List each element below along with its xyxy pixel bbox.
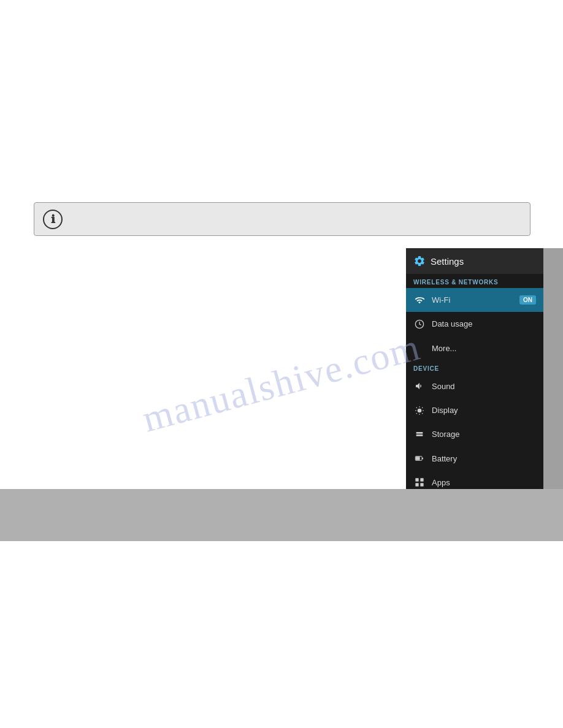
svg-rect-3	[416, 457, 420, 460]
display-icon	[413, 404, 426, 417]
settings-panel: Settings WIRELESS & NETWORKS Wi-Fi ON Da…	[406, 248, 543, 518]
settings-title: Settings	[431, 256, 464, 267]
wifi-icon	[413, 294, 426, 306]
wifi-toggle[interactable]: ON	[519, 295, 536, 305]
sound-label: Sound	[432, 382, 536, 391]
battery-label: Battery	[432, 454, 536, 463]
storage-label: Storage	[432, 430, 536, 439]
svg-point-1	[418, 408, 422, 412]
wifi-label: Wi-Fi	[432, 295, 519, 305]
storage-icon	[413, 428, 426, 441]
settings-gear-icon	[413, 255, 426, 267]
svg-rect-8	[420, 483, 423, 487]
info-box: ℹ	[34, 202, 530, 236]
display-label: Display	[432, 406, 536, 415]
storage-item[interactable]: Storage	[406, 422, 543, 446]
device-section-label: DEVICE	[406, 360, 543, 374]
data-usage-label: Data usage	[432, 319, 536, 328]
info-icon: ℹ	[43, 210, 63, 229]
middle-area: manualshive.com Settings WIRELESS & NETW…	[0, 248, 563, 518]
battery-icon	[413, 452, 426, 464]
apps-icon	[413, 476, 426, 488]
battery-item[interactable]: Battery	[406, 447, 543, 471]
more-icon	[413, 342, 426, 354]
wifi-item[interactable]: Wi-Fi ON	[406, 288, 543, 312]
scrollbar-strip	[543, 248, 563, 518]
data-usage-item[interactable]: Data usage	[406, 312, 543, 336]
svg-rect-6	[420, 479, 423, 482]
watermark: manualshive.com	[138, 325, 425, 441]
more-item[interactable]: More...	[406, 336, 543, 360]
svg-rect-5	[415, 479, 418, 482]
data-usage-icon	[413, 318, 426, 330]
bottom-area	[0, 541, 563, 728]
top-area: ℹ	[0, 0, 563, 248]
wireless-section-label: WIRELESS & NETWORKS	[406, 274, 543, 288]
svg-rect-4	[422, 458, 423, 460]
more-label: More...	[432, 344, 536, 353]
settings-header: Settings	[406, 248, 543, 274]
display-item[interactable]: Display	[406, 398, 543, 422]
sound-item[interactable]: Sound	[406, 374, 543, 398]
bottom-gray-bar	[0, 489, 563, 541]
svg-rect-7	[415, 483, 418, 487]
apps-label: Apps	[432, 478, 536, 487]
sound-icon	[413, 380, 426, 392]
